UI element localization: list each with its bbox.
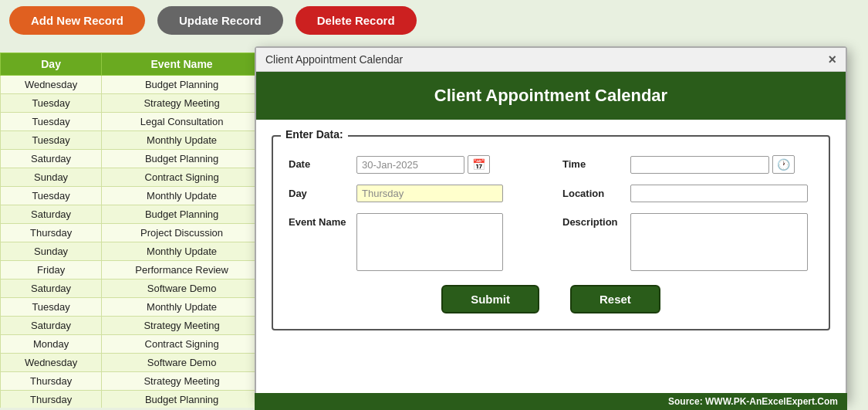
records-table: Day Event Name WednesdayBudget PlanningT…: [0, 53, 262, 408]
event-name-label: Event Name: [289, 213, 350, 228]
table-cell-day: Saturday: [1, 150, 102, 168]
table-cell-day: Thursday: [1, 391, 102, 408]
table-row: TuesdayMonthly Update: [1, 298, 262, 317]
table-row: TuesdayLegal Consultation: [1, 113, 262, 131]
table-cell-day: Wednesday: [1, 354, 102, 372]
table-row: ThursdayStrategy Meeting: [1, 372, 262, 391]
col-header-day: Day: [1, 53, 102, 76]
time-row: Time 🕐: [562, 155, 813, 174]
description-label: Description: [562, 213, 624, 228]
table-cell-event: Monthly Update: [102, 187, 262, 205]
table-cell-day: Thursday: [1, 224, 102, 242]
toolbar: Add New Record Update Record Delete Reco…: [0, 0, 868, 41]
location-label: Location: [562, 185, 624, 199]
table-cell-day: Tuesday: [1, 113, 102, 131]
table-cell-event: Performance Review: [102, 261, 262, 280]
event-name-textarea[interactable]: [356, 213, 503, 271]
table-row: SaturdaySoftware Demo: [1, 280, 262, 298]
records-table-wrapper: Day Event Name WednesdayBudget PlanningT…: [0, 53, 262, 408]
description-row: Description: [562, 213, 813, 271]
table-cell-day: Saturday: [1, 280, 102, 298]
table-cell-event: Software Demo: [102, 354, 262, 372]
table-cell-event: Strategy Meeting: [102, 94, 262, 113]
table-cell-day: Tuesday: [1, 187, 102, 205]
date-label: Date: [289, 155, 350, 170]
form-buttons: Submit Reset: [289, 285, 813, 313]
fieldset-legend: Enter Data:: [281, 128, 348, 141]
date-row: Date 📅: [289, 155, 539, 174]
table-row: TuesdayMonthly Update: [1, 131, 262, 150]
date-input-group: 📅: [356, 155, 490, 174]
table-cell-day: Friday: [1, 261, 102, 280]
table-cell-day: Sunday: [1, 242, 102, 261]
modal-body: Enter Data: Date 📅 Time 🕐: [256, 120, 846, 343]
time-input-group: 🕐: [630, 155, 795, 174]
event-name-row: Event Name: [289, 213, 539, 271]
day-row: Day: [289, 185, 539, 202]
description-textarea[interactable]: [630, 213, 808, 271]
source-bar: Source: WWW.PK-AnExcelExpert.Com: [255, 393, 847, 410]
table-cell-day: Tuesday: [1, 131, 102, 150]
table-cell-event: Legal Consultation: [102, 113, 262, 131]
table-cell-day: Saturday: [1, 205, 102, 224]
table-cell-event: Budget Planning: [102, 76, 262, 94]
table-cell-event: Strategy Meeting: [102, 372, 262, 391]
add-new-record-button[interactable]: Add New Record: [9, 6, 145, 35]
table-cell-event: Strategy Meeting: [102, 317, 262, 335]
clock-icon-button[interactable]: 🕐: [772, 155, 795, 174]
table-row: WednesdaySoftware Demo: [1, 354, 262, 372]
table-cell-day: Saturday: [1, 317, 102, 335]
table-cell-event: Monthly Update: [102, 131, 262, 150]
table-cell-day: Tuesday: [1, 298, 102, 317]
table-row: MondayContract Signing: [1, 335, 262, 354]
table-cell-day: Thursday: [1, 372, 102, 391]
table-cell-day: Tuesday: [1, 94, 102, 113]
table-cell-event: Budget Planning: [102, 391, 262, 408]
col-header-event: Event Name: [102, 53, 262, 76]
modal-titlebar-text: Client Appointment Calendar: [265, 53, 403, 66]
table-cell-event: Budget Planning: [102, 150, 262, 168]
table-row: SaturdayBudget Planning: [1, 205, 262, 224]
table-row: FridayPerformance Review: [1, 261, 262, 280]
table-row: SaturdayStrategy Meeting: [1, 317, 262, 335]
modal-header-text: Client Appointment Calendar: [434, 86, 667, 105]
table-cell-event: Software Demo: [102, 280, 262, 298]
table-cell-event: Budget Planning: [102, 205, 262, 224]
table-row: TuesdayStrategy Meeting: [1, 94, 262, 113]
source-text: Source: WWW.PK-AnExcelExpert.Com: [668, 396, 838, 407]
submit-button[interactable]: Submit: [441, 285, 539, 313]
reset-button[interactable]: Reset: [570, 285, 660, 313]
table-row: SaturdayBudget Planning: [1, 150, 262, 168]
day-label: Day: [289, 185, 350, 199]
form-grid: Date 📅 Time 🕐 Day: [289, 155, 813, 271]
modal-close-button[interactable]: ×: [828, 53, 836, 66]
location-input[interactable]: [630, 185, 808, 202]
calendar-icon-button[interactable]: 📅: [468, 155, 490, 174]
enter-data-fieldset: Enter Data: Date 📅 Time 🕐: [272, 135, 830, 330]
location-row: Location: [562, 185, 813, 202]
table-row: ThursdayBudget Planning: [1, 391, 262, 408]
modal-header: Client Appointment Calendar: [256, 72, 846, 120]
table-cell-day: Sunday: [1, 168, 102, 187]
modal-titlebar: Client Appointment Calendar ×: [256, 48, 846, 72]
date-input[interactable]: [356, 156, 464, 174]
update-record-button[interactable]: Update Record: [157, 6, 283, 35]
table-cell-event: Monthly Update: [102, 242, 262, 261]
table-cell-event: Monthly Update: [102, 298, 262, 317]
table-row: WednesdayBudget Planning: [1, 76, 262, 94]
table-row: SundayMonthly Update: [1, 242, 262, 261]
table-row: TuesdayMonthly Update: [1, 187, 262, 205]
table-cell-day: Wednesday: [1, 76, 102, 94]
table-cell-event: Project Discussion: [102, 224, 262, 242]
delete-record-button[interactable]: Delete Record: [296, 6, 417, 35]
table-cell-event: Contract Signing: [102, 335, 262, 354]
day-input[interactable]: [356, 185, 503, 202]
table-row: SundayContract Signing: [1, 168, 262, 187]
table-row: ThursdayProject Discussion: [1, 224, 262, 242]
time-input[interactable]: [630, 156, 769, 174]
table-cell-event: Contract Signing: [102, 168, 262, 187]
modal-dialog: Client Appointment Calendar × Client App…: [255, 46, 847, 402]
table-cell-day: Monday: [1, 335, 102, 354]
time-label: Time: [562, 155, 624, 170]
